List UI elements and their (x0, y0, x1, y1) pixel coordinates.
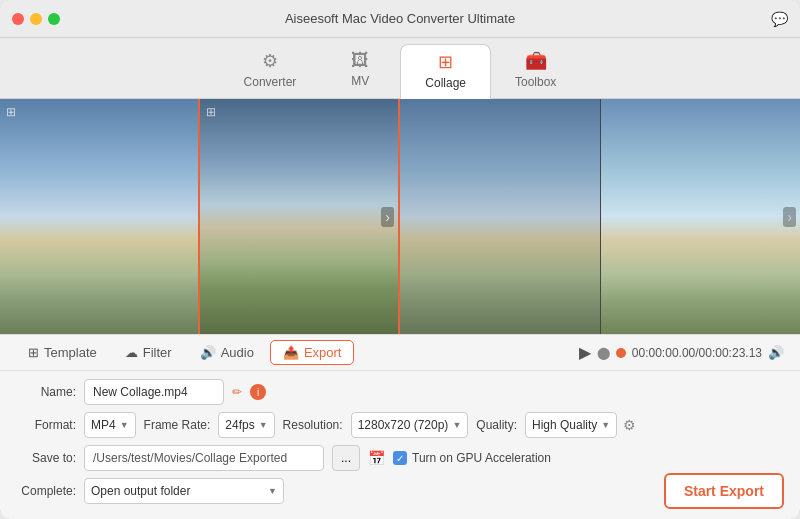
gear-icon[interactable]: ⚙ (623, 417, 636, 433)
saveto-label: Save to: (16, 451, 76, 465)
video-panel-3[interactable] (400, 99, 600, 334)
format-row: Format: MP4 ▼ Frame Rate: 24fps ▼ Resolu… (16, 412, 784, 438)
bottom-controls: ⊞ Template ☁ Filter 🔊 Audio 📤 Export ▶ ⬤ (0, 334, 800, 519)
app-title: Aiseesoft Mac Video Converter Ultimate (285, 11, 515, 26)
complete-chevron: ▼ (268, 486, 277, 496)
calendar-icon[interactable]: 📅 (368, 450, 385, 466)
nav-tabs: ⚙ Converter 🖼 MV ⊞ Collage 🧰 Toolbox (0, 38, 800, 99)
quality-select[interactable]: High Quality ▼ (525, 412, 617, 438)
video-right: › (400, 99, 800, 334)
sub-tab-audio[interactable]: 🔊 Audio (188, 341, 266, 364)
maximize-button[interactable] (48, 13, 60, 25)
complete-select[interactable]: Open output folder ▼ (84, 478, 284, 504)
complete-label: Complete: (16, 484, 76, 498)
resolution-label: Resolution: (283, 418, 343, 432)
sub-tabs: ⊞ Template ☁ Filter 🔊 Audio 📤 Export ▶ ⬤ (0, 335, 800, 371)
arrow-right-icon-2[interactable]: › (783, 207, 796, 227)
tab-collage[interactable]: ⊞ Collage (400, 44, 491, 99)
title-bar: Aiseesoft Mac Video Converter Ultimate 💬 (0, 0, 800, 38)
gpu-checkbox[interactable]: ✓ (393, 451, 407, 465)
gpu-label: Turn on GPU Acceleration (412, 451, 551, 465)
audio-label: Audio (221, 345, 254, 360)
converter-label: Converter (244, 75, 297, 89)
format-select[interactable]: MP4 ▼ (84, 412, 136, 438)
mv-icon: 🖼 (351, 50, 369, 71)
browse-button[interactable]: ... (332, 445, 360, 471)
stop-button[interactable]: ⬤ (597, 346, 610, 360)
toolbox-icon: 🧰 (525, 50, 547, 72)
time-display: 00:00:00.00/00:00:23.13 (632, 346, 762, 360)
resolution-chevron: ▼ (452, 420, 461, 430)
export-label: Export (304, 345, 342, 360)
volume-icon[interactable]: 🔊 (768, 345, 784, 360)
collage-icon: ⊞ (438, 51, 453, 73)
video-panel-4[interactable]: › (600, 99, 801, 334)
name-label: Name: (16, 385, 76, 399)
start-export-button[interactable]: Start Export (664, 473, 784, 509)
collage-label: Collage (425, 76, 466, 90)
sub-tab-export[interactable]: 📤 Export (270, 340, 355, 365)
record-button[interactable] (616, 348, 626, 358)
tab-toolbox[interactable]: 🧰 Toolbox (491, 44, 580, 98)
close-button[interactable] (12, 13, 24, 25)
name-row: Name: New Collage.mp4 ✏ i (16, 379, 784, 405)
video-left: ⊞ ⊞ › (0, 99, 400, 334)
template-label: Template (44, 345, 97, 360)
grid-icon-2: ⊞ (206, 105, 216, 119)
quality-section: High Quality ▼ ⚙ (525, 412, 636, 438)
chat-icon: 💬 (771, 11, 788, 27)
format-chevron: ▼ (120, 420, 129, 430)
mv-label: MV (351, 74, 369, 88)
sub-tab-filter[interactable]: ☁ Filter (113, 341, 184, 364)
minimize-button[interactable] (30, 13, 42, 25)
quality-label: Quality: (476, 418, 517, 432)
traffic-lights (12, 13, 60, 25)
video-panel-1[interactable]: ⊞ (0, 99, 198, 334)
audio-icon: 🔊 (200, 345, 216, 360)
saveto-row: Save to: /Users/test/Movies/Collage Expo… (16, 445, 784, 471)
format-label: Format: (16, 418, 76, 432)
save-path-field[interactable]: /Users/test/Movies/Collage Exported (84, 445, 324, 471)
play-button[interactable]: ▶ (579, 343, 591, 362)
form-area: Name: New Collage.mp4 ✏ i Format: MP4 ▼ … (0, 371, 800, 519)
name-value: New Collage.mp4 (84, 379, 224, 405)
video-area: ⊞ ⊞ › › (0, 99, 800, 334)
template-icon: ⊞ (28, 345, 39, 360)
resolution-select[interactable]: 1280x720 (720p) ▼ (351, 412, 469, 438)
filter-icon: ☁ (125, 345, 138, 360)
arrow-right-icon[interactable]: › (381, 207, 394, 227)
filter-label: Filter (143, 345, 172, 360)
name-edit-icon[interactable]: ✏ (232, 385, 242, 399)
tab-converter[interactable]: ⚙ Converter (220, 44, 321, 98)
quality-chevron: ▼ (601, 420, 610, 430)
framerate-chevron: ▼ (259, 420, 268, 430)
tab-mv[interactable]: 🖼 MV (320, 44, 400, 98)
video-panel-2[interactable]: ⊞ › (198, 99, 398, 334)
gpu-check[interactable]: ✓ Turn on GPU Acceleration (393, 451, 551, 465)
framerate-label: Frame Rate: (144, 418, 211, 432)
sub-tab-template[interactable]: ⊞ Template (16, 341, 109, 364)
framerate-select[interactable]: 24fps ▼ (218, 412, 274, 438)
app-window: Aiseesoft Mac Video Converter Ultimate 💬… (0, 0, 800, 519)
info-icon[interactable]: i (250, 384, 266, 400)
converter-icon: ⚙ (262, 50, 278, 72)
grid-icon-1: ⊞ (6, 105, 16, 119)
toolbox-label: Toolbox (515, 75, 556, 89)
export-icon: 📤 (283, 345, 299, 360)
